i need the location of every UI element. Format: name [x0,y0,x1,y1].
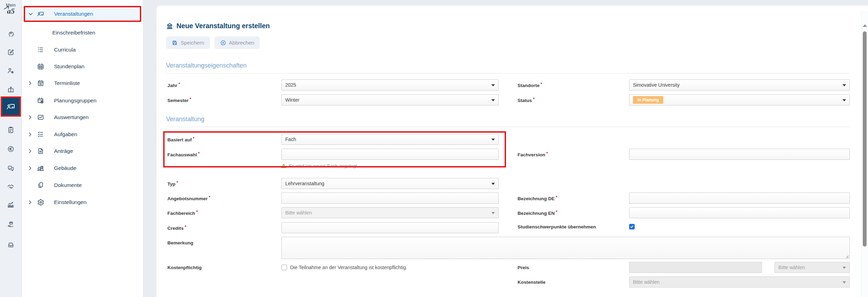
sidebar-item-stundenplan[interactable]: Stundenplan [22,58,143,75]
caret-down-icon [843,99,846,101]
chevron-right-icon[interactable] [27,80,33,86]
euro-icon[interactable] [7,145,15,153]
field-label: Studienschwerpunkte übernehmen [518,224,596,229]
icon-rail: Mein a5 [0,0,22,297]
sidebar-item-auswertungen[interactable]: Auswertungen [22,109,143,126]
field-label: Kostenpflichtig [167,265,202,270]
statistics-icon[interactable] [7,201,15,209]
sidebar-item-terminliste[interactable]: Terminliste [22,75,143,92]
field-label: Typ [167,181,175,187]
status-select[interactable]: in Planung [629,94,850,105]
credits-input[interactable] [281,222,499,233]
field-row-fachauswahl: Fachauswahl* [167,149,499,160]
field-label: Fachbereich [167,211,195,216]
sidebar-item-antraege[interactable]: Anträge [22,143,143,159]
semester-select[interactable]: Winter [281,94,499,105]
cost-center-select[interactable]: Bitte wählen [629,276,850,288]
sidebar-item-gebaeude[interactable]: Gebäude [22,160,143,177]
scroll-up-arrow-icon[interactable] [863,24,867,27]
save-icon [172,40,178,46]
field-label: Bezeichnung DE [518,196,555,201]
head-heart-icon[interactable] [7,30,15,38]
field-row-jahr: Jahr* 2025 [167,79,499,91]
chevron-right-icon[interactable] [27,200,33,205]
locations-select[interactable]: Simovative University [629,79,850,91]
type-select[interactable]: Lehrveranstaltung [281,178,499,189]
rail-active-events[interactable] [1,96,21,117]
user-settings-icon[interactable] [7,67,15,75]
cancel-button[interactable]: Abbrechen [214,36,260,49]
toolbar: Speichern Abbrechen [166,36,260,49]
field-label: Preis [518,265,529,270]
field-label: Fachauswahl [167,152,197,157]
field-label: Status [518,98,532,103]
field-row-semester: Semester* Winter [167,94,499,105]
calendar-user-icon [37,97,44,104]
based-on-select[interactable]: Fach [281,134,499,145]
required-marker: * [185,225,187,229]
vertical-scrollbar[interactable] [861,11,868,297]
required-marker: * [176,180,178,185]
scrollbar-thumb[interactable] [863,31,867,247]
sidebar-item-einschreibefristen[interactable]: Einschreibefristen [22,24,143,41]
copy-icon [37,182,44,189]
app-logo[interactable]: Mein a5 [0,3,22,15]
chargeable-checkbox[interactable] [281,265,287,270]
caret-down-icon [843,281,846,283]
caret-down-icon [843,84,846,86]
new-subject-warning: Es wird ein neues Fach angelegt [281,163,357,169]
handshake-icon[interactable] [7,182,15,190]
subject-version-input[interactable] [629,149,850,160]
field-row-typ: Typ* Lehrveranstaltung [167,178,499,189]
sidebar-item-aufgaben[interactable]: Aufgaben [22,126,143,143]
label-de-input[interactable] [629,193,850,204]
list-icon [37,46,44,54]
department-select[interactable]: Bitte wählen [281,207,499,218]
chevron-right-icon[interactable] [27,115,33,120]
sidebar-item-curricula[interactable]: Curricula [22,41,143,58]
offer-number-input[interactable] [281,193,499,204]
chevron-right-icon[interactable] [27,148,33,154]
field-label: Angebotsnummer [167,196,208,201]
sidebar-item-einstellungen[interactable]: Einstellungen [22,194,143,211]
field-row-status: Status* in Planung [518,94,850,105]
sidebar-item-planungsgruppen[interactable]: Planungsgruppen [22,92,143,109]
inbox-icon[interactable] [7,241,15,249]
caret-down-icon [491,99,495,101]
sidebar-item-veranstaltungen[interactable]: Veranstaltungen [24,6,141,22]
package-hand-icon[interactable] [7,221,15,228]
subject-search-input[interactable] [281,149,499,160]
required-marker: * [541,82,542,87]
chargeable-checkbox-label: Die Teilnahme an der Veranstaltung ist k… [290,265,407,270]
adopt-focus-checkbox[interactable] [629,224,635,229]
field-row-bezeichnung-en: Bezeichnung EN* [518,207,850,218]
save-button[interactable]: Speichern [166,36,210,49]
year-select[interactable]: 2025 [281,79,499,91]
chevron-down-icon[interactable] [28,11,33,17]
chevron-right-icon[interactable] [27,132,33,137]
field-label: Jahr [167,83,178,88]
remark-textarea[interactable] [281,237,850,259]
price-input[interactable] [629,262,762,273]
label-en-input[interactable] [629,207,850,218]
study-book-icon[interactable] [7,86,15,94]
sidebar-item-label: Stundenplan [54,63,84,70]
section-heading-properties: Veranstaltungseigenschaften [166,62,850,73]
textarea-resize-handle[interactable] [845,254,849,258]
calendar-icon [37,80,44,87]
price-currency-select[interactable]: Bitte wählen [775,262,850,273]
clipboard-tasks-icon[interactable] [7,126,15,134]
field-row-bemerkung: Bemerkung [167,237,499,259]
chart-icon [37,114,44,121]
required-marker: * [179,82,180,87]
sidebar-item-dokumente[interactable]: Dokumente [22,177,143,194]
document-icon [37,148,44,155]
chevron-right-icon[interactable] [27,165,33,171]
compose-icon[interactable] [7,48,15,56]
buildings-icon [37,165,44,172]
sidebar-item-label: Einschreibefristen [52,30,95,36]
page-title: Neue Veranstaltung erstellen [166,22,270,30]
messages-icon[interactable] [7,164,15,172]
field-row-credits: Credits* [167,222,499,233]
caret-down-icon [491,84,495,86]
